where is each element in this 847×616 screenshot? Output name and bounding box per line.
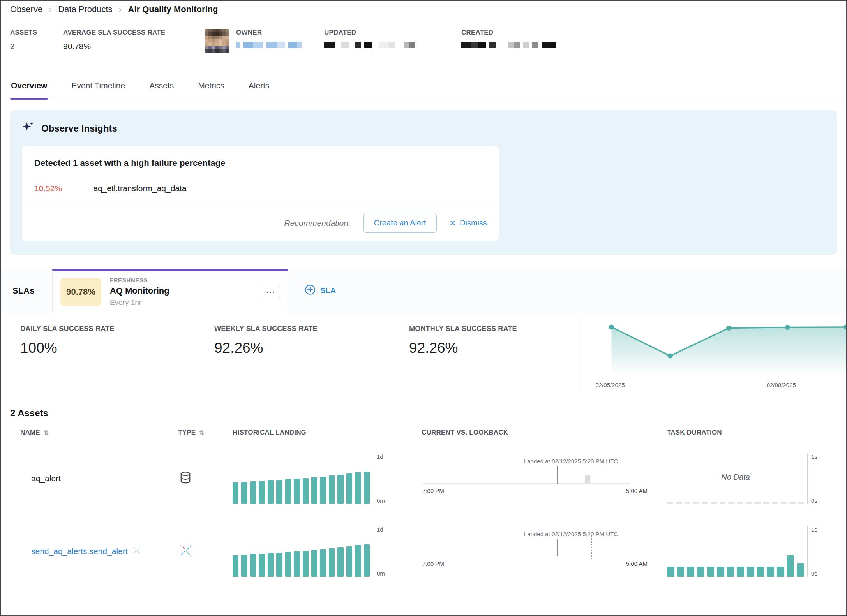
airflow-icon — [178, 543, 233, 560]
lookback-x-start: 7:00 PM — [422, 488, 444, 494]
failure-rate-value: 10.52% — [34, 184, 62, 193]
landed-at-label: Landed at 02/12/2025 5:20 PM UTC — [524, 458, 618, 465]
lookback-marker-line — [557, 466, 558, 484]
historical-bars — [233, 526, 370, 577]
stat-updated: UPDATED — [324, 29, 461, 53]
stat-assets-label: ASSETS — [10, 29, 63, 37]
no-data-label: No Data — [667, 473, 804, 482]
chevron-right-icon: › — [49, 5, 52, 14]
sort-icon[interactable]: ⇅ — [44, 429, 49, 436]
sla-kind-label: FRESHNESS — [110, 277, 252, 283]
column-type[interactable]: TYPE ⇅ — [178, 429, 233, 436]
tab-overview[interactable]: Overview — [10, 78, 48, 99]
monthly-sla-value: 92.26% — [409, 340, 581, 356]
sla-trend-chart: 02/05/2025 02/08/2025 — [581, 312, 846, 396]
stat-avg-sla-label: AVERAGE SLA SUCCESS RATE — [63, 29, 205, 37]
asset-name: aq_alert — [20, 474, 178, 483]
tab-event-timeline[interactable]: Event Timeline — [71, 78, 126, 99]
lookback-current-bar — [585, 475, 590, 483]
dismiss-label: Dismiss — [460, 218, 487, 227]
historical-landing-chart: 1d 0m — [233, 453, 422, 504]
insight-detection-text: Detected 1 asset with a high failure per… — [34, 158, 486, 168]
stat-avg-sla-value: 90.78% — [63, 42, 205, 51]
breadcrumb-data-products[interactable]: Data Products — [58, 4, 112, 14]
lookback-baseline — [422, 556, 630, 556]
historical-axis: 1d 0m — [373, 453, 389, 504]
tab-assets[interactable]: Assets — [148, 78, 175, 99]
column-name-label: NAME — [20, 429, 40, 436]
trend-date-end: 02/08/2025 — [767, 382, 796, 388]
breadcrumb-observe[interactable]: Observe — [10, 4, 42, 14]
dismiss-button[interactable]: ✕ Dismiss — [449, 218, 487, 228]
column-historical-landing: HISTORICAL LANDING — [233, 429, 422, 436]
insight-card: Detected 1 asset with a high failure per… — [22, 146, 499, 241]
landed-at-label: Landed at 02/12/2025 5:20 PM UTC — [524, 531, 618, 537]
sparkle-icon — [22, 121, 34, 136]
recommendation-label: Recommendation: — [284, 218, 350, 228]
chevron-right-icon: › — [119, 5, 122, 14]
sla-schedule: Every 1hr — [110, 298, 252, 307]
lookback-chart: Landed at 02/12/2025 5:20 PM UTC 7:00 PM… — [422, 526, 655, 577]
column-name[interactable]: NAME ⇅ — [20, 429, 178, 436]
sla-tab-aq-monitoring[interactable]: 90.78% FRESHNESS AQ Monitoring Every 1hr… — [52, 269, 288, 312]
stat-assets: ASSETS 2 — [10, 29, 63, 53]
weekly-sla-stat: WEEKLY SLA SUCCESS RATE 92.26% — [214, 312, 409, 396]
daily-sla-stat: DAILY SLA SUCCESS RATE 100% — [20, 312, 214, 396]
column-task-duration: TASK DURATION — [667, 429, 837, 436]
lookback-dotted-marker — [591, 535, 592, 560]
sla-name: AQ Monitoring — [110, 286, 252, 296]
task-duration-chart: No Data 1s 0s — [667, 453, 837, 504]
stat-assets-value: 2 — [10, 42, 63, 51]
tab-alerts[interactable]: Alerts — [248, 78, 270, 99]
column-duration-label: TASK DURATION — [667, 429, 722, 436]
table-row-aq-alert: aq_alert 1d 0m Landed at 02/12/2025 5:20… — [10, 442, 837, 515]
column-type-label: TYPE — [178, 429, 196, 436]
asset-name-link[interactable]: send_aq_alerts.send_alert — [31, 546, 141, 557]
ellipsis-icon: ⋯ — [266, 287, 275, 297]
lookback-x-start: 7:00 PM — [422, 560, 444, 567]
updated-value-redacted — [324, 42, 461, 48]
axis-max-label: 1s — [811, 526, 824, 533]
trend-date-start: 02/05/2025 — [595, 382, 625, 388]
task-duration-bars — [667, 526, 804, 577]
monthly-sla-stat: MONTHLY SLA SUCCESS RATE 92.26% — [409, 312, 581, 396]
stat-created-label: CREATED — [461, 29, 609, 37]
slas-section-label: SLAs — [10, 269, 52, 312]
sort-icon[interactable]: ⇅ — [199, 429, 205, 436]
close-icon: ✕ — [449, 218, 456, 228]
breadcrumb-current: Air Quality Monitoring — [128, 4, 218, 14]
lookback-chart: Landed at 02/12/2025 5:20 PM UTC 7:00 PM… — [422, 453, 655, 504]
page: Observe › Data Products › Air Quality Mo… — [0, 0, 847, 616]
add-sla-button[interactable]: SLA — [305, 284, 336, 297]
lookback-x-end: 5:00 AM — [626, 560, 648, 567]
tab-bar: Overview Event Timeline Assets Metrics A… — [1, 67, 846, 99]
daily-sla-value: 100% — [20, 340, 214, 356]
insights-title: Observe Insights — [41, 123, 117, 134]
summary-bar: ASSETS 2 AVERAGE SLA SUCCESS RATE 90.78%… — [1, 19, 846, 67]
column-lookback-label: CURRENT VS. LOOKBACK — [422, 429, 508, 436]
historical-bars — [233, 453, 370, 504]
breadcrumb: Observe › Data Products › Air Quality Mo… — [1, 1, 846, 19]
created-value-redacted — [461, 42, 609, 48]
create-alert-button[interactable]: Create an Alert — [363, 213, 437, 233]
axis-max-label: 1s — [811, 453, 824, 460]
axis-min-label: 0s — [811, 570, 824, 577]
monthly-sla-label: MONTHLY SLA SUCCESS RATE — [409, 325, 581, 333]
task-duration-axis: 1s 0s — [807, 453, 824, 504]
observe-insights-panel: Observe Insights Detected 1 asset with a… — [10, 110, 837, 255]
add-sla-label: SLA — [320, 286, 336, 295]
airflow-link-icon — [132, 546, 141, 557]
failure-asset-name: aq_etl.transform_aq_data — [93, 184, 186, 193]
sla-menu-button[interactable]: ⋯ — [261, 285, 280, 299]
daily-sla-label: DAILY SLA SUCCESS RATE — [20, 325, 214, 333]
tab-metrics[interactable]: Metrics — [197, 78, 225, 99]
table-row-send-aq-alerts: send_aq_alerts.send_alert — [10, 515, 837, 588]
task-duration-bars: No Data — [667, 453, 804, 504]
sla-score-badge: 90.78% — [60, 278, 101, 306]
lookback-x-end: 5:00 AM — [626, 488, 648, 494]
weekly-sla-value: 92.26% — [214, 340, 409, 356]
asset-name: send_aq_alerts.send_alert — [31, 547, 128, 556]
column-current-vs-lookback: CURRENT VS. LOOKBACK — [422, 429, 667, 436]
axis-min-label: 0m — [377, 497, 389, 504]
stat-created: CREATED — [461, 29, 609, 53]
